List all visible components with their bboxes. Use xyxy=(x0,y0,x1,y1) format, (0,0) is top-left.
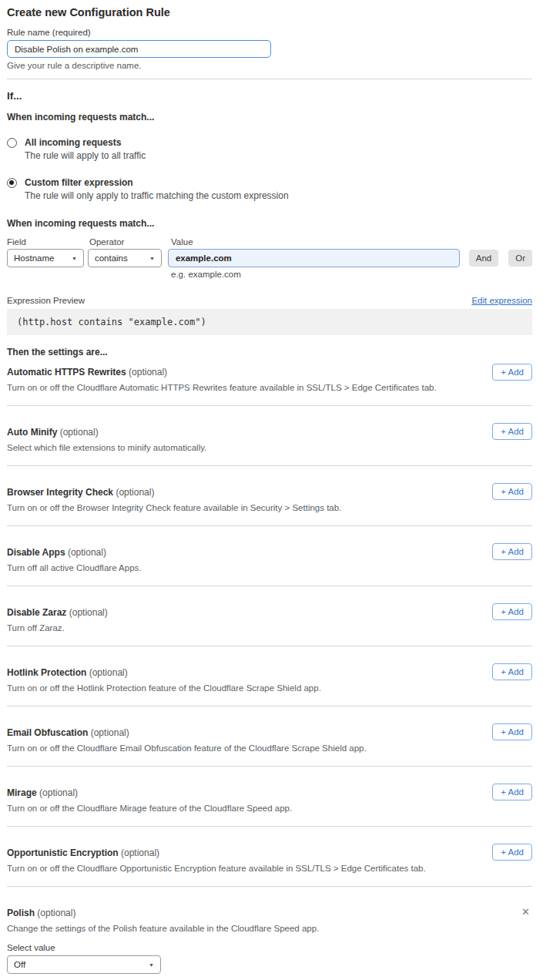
field-select[interactable]: Hostname ▼ xyxy=(7,249,84,267)
setting-description: Turn off all active Cloudflare Apps. xyxy=(7,563,532,572)
value-helper: e.g. example.com xyxy=(171,270,532,279)
setting-name: Automatic HTTPS Rewrites (optional) xyxy=(7,367,532,378)
setting-title: Disable Apps xyxy=(7,547,65,558)
radio-option-description: The rule will only apply to traffic matc… xyxy=(25,190,289,201)
radio-option-label: Custom filter expression xyxy=(25,177,289,188)
chevron-down-icon: ▼ xyxy=(72,256,77,261)
setting-optional-suffix: (optional) xyxy=(121,847,159,858)
add-button[interactable]: + Add xyxy=(492,723,532,740)
setting-name: Disable Apps (optional) xyxy=(7,547,532,558)
then-settings-heading: Then the settings are... xyxy=(7,347,532,357)
settings-list: Automatic HTTPS Rewrites (optional) Turn… xyxy=(7,357,532,887)
add-button[interactable]: + Add xyxy=(492,663,532,680)
add-button[interactable]: + Add xyxy=(492,483,532,500)
setting-title: Disable Zaraz xyxy=(7,607,66,618)
create-configuration-rule-page: Create new Configuration Rule Rule name … xyxy=(0,0,543,974)
setting-name: Hotlink Protection (optional) xyxy=(7,667,532,678)
setting-description: Turn on or off the Browser Integrity Che… xyxy=(7,503,532,512)
page-title: Create new Configuration Rule xyxy=(7,6,532,18)
setting-optional-suffix: (optional) xyxy=(116,487,154,498)
setting-name: Email Obfuscation (optional) xyxy=(7,727,532,738)
setting-row: Disable Zaraz (optional) Turn off Zaraz.… xyxy=(7,586,532,646)
expression-preview-row: Expression Preview Edit expression xyxy=(7,296,532,305)
setting-name: Browser Integrity Check (optional) xyxy=(7,487,532,498)
polish-value-select[interactable]: Off ▼ xyxy=(7,955,161,974)
value-column-label: Value xyxy=(171,237,193,247)
setting-description: Turn off Zaraz. xyxy=(7,623,532,633)
setting-optional-suffix: (optional) xyxy=(37,908,75,918)
setting-description: Turn on or off the Cloudflare Opportunis… xyxy=(7,864,532,873)
setting-row: Opportunistic Encryption (optional) Turn… xyxy=(7,827,532,887)
radio-option-label: All incoming requests xyxy=(25,137,146,148)
field-select-value: Hostname xyxy=(14,253,54,263)
radio-option-description: The rule will apply to all traffic xyxy=(25,150,146,161)
radio-unchecked-icon[interactable] xyxy=(7,138,17,148)
condition-builder-row: Hostname ▼ contains ▼ And Or xyxy=(7,249,532,267)
match-heading: When incoming requests match... xyxy=(7,112,532,123)
setting-description: Select which file extensions to minify a… xyxy=(7,443,532,452)
if-heading: If... xyxy=(7,90,532,102)
and-button[interactable]: And xyxy=(469,250,498,267)
setting-optional-suffix: (optional) xyxy=(69,607,108,618)
setting-row: Mirage (optional) Turn on or off the Clo… xyxy=(7,767,532,827)
add-button[interactable]: + Add xyxy=(492,784,532,800)
add-button[interactable]: + Add xyxy=(492,364,532,381)
setting-row: Browser Integrity Check (optional) Turn … xyxy=(7,466,532,526)
setting-row: Auto Minify (optional) Select which file… xyxy=(7,406,532,466)
setting-title: Browser Integrity Check xyxy=(7,487,113,498)
expression-preview-label: Expression Preview xyxy=(7,296,85,305)
setting-title: Automatic HTTPS Rewrites xyxy=(7,367,126,378)
setting-title: Email Obfuscation xyxy=(7,727,88,738)
setting-row-polish: ✕ Polish (optional) Change the settings … xyxy=(7,887,532,974)
setting-optional-suffix: (optional) xyxy=(60,427,99,438)
operator-select-value: contains xyxy=(95,253,128,263)
setting-name: Polish (optional) xyxy=(7,908,532,918)
setting-row: Email Obfuscation (optional) Turn on or … xyxy=(7,706,532,767)
setting-description: Turn on or off the Hotlink Protection fe… xyxy=(7,683,532,693)
section-divider xyxy=(7,79,532,79)
radio-option-text: Custom filter expression The rule will o… xyxy=(25,177,289,201)
builder-column-labels: Field Operator Value xyxy=(7,237,532,247)
setting-title: Auto Minify xyxy=(7,427,57,438)
setting-title: Mirage xyxy=(7,787,37,798)
rule-name-helper: Give your rule a descriptive name. xyxy=(7,61,532,70)
rule-name-label: Rule name (required) xyxy=(7,28,532,37)
setting-optional-suffix: (optional) xyxy=(129,367,167,378)
setting-description: Change the settings of the Polish featur… xyxy=(7,924,532,933)
expression-code-block: (http.host contains "example.com") xyxy=(7,309,532,335)
radio-option-custom-filter-expression[interactable]: Custom filter expression The rule will o… xyxy=(7,177,532,201)
setting-title: Opportunistic Encryption xyxy=(7,847,119,858)
setting-optional-suffix: (optional) xyxy=(68,547,106,558)
setting-row: Disable Apps (optional) Turn off all act… xyxy=(7,526,532,586)
setting-optional-suffix: (optional) xyxy=(89,667,128,678)
edit-expression-link[interactable]: Edit expression xyxy=(471,296,532,305)
setting-name: Opportunistic Encryption (optional) xyxy=(7,847,532,858)
chevron-down-icon: ▼ xyxy=(149,962,154,968)
radio-option-text: All incoming requests The rule will appl… xyxy=(25,137,146,161)
setting-description: Turn on or off the Cloudflare Mirage fea… xyxy=(7,804,532,813)
radio-checked-icon[interactable] xyxy=(7,178,17,188)
operator-column-label: Operator xyxy=(89,237,171,247)
add-button[interactable]: + Add xyxy=(492,423,532,440)
radio-option-all-incoming-requests[interactable]: All incoming requests The rule will appl… xyxy=(7,137,532,161)
add-button[interactable]: + Add xyxy=(492,844,532,861)
setting-name: Mirage (optional) xyxy=(7,787,532,798)
setting-title: Hotlink Protection xyxy=(7,667,86,678)
operator-select[interactable]: contains ▼ xyxy=(88,249,162,267)
add-button[interactable]: + Add xyxy=(492,603,532,620)
or-button[interactable]: Or xyxy=(508,250,532,267)
setting-description: Turn on or off the Cloudflare Email Obfu… xyxy=(7,743,532,753)
setting-row: Hotlink Protection (optional) Turn on or… xyxy=(7,646,532,706)
setting-title: Polish xyxy=(7,908,35,918)
setting-row: Automatic HTTPS Rewrites (optional) Turn… xyxy=(7,357,532,406)
setting-name: Disable Zaraz (optional) xyxy=(7,607,532,618)
value-input[interactable] xyxy=(168,249,460,267)
chevron-down-icon: ▼ xyxy=(149,256,155,261)
close-icon[interactable]: ✕ xyxy=(521,907,530,917)
setting-description: Turn on or off the Cloudflare Automatic … xyxy=(7,383,532,392)
field-column-label: Field xyxy=(7,237,89,247)
rule-name-input[interactable] xyxy=(7,40,271,58)
select-value-label: Select value xyxy=(7,943,532,952)
builder-heading: When incoming requests match... xyxy=(7,218,532,229)
add-button[interactable]: + Add xyxy=(492,543,532,560)
